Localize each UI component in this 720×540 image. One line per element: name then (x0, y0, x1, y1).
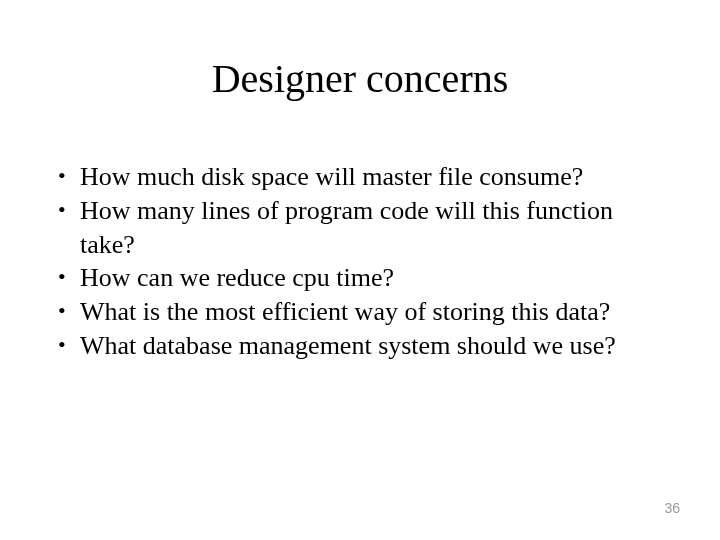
list-item: How can we reduce cpu time? (50, 261, 670, 295)
bullet-list: How much disk space will master file con… (50, 160, 670, 363)
page-number: 36 (664, 500, 680, 516)
slide: Designer concerns How much disk space wi… (0, 0, 720, 540)
list-item: What is the most efficient way of storin… (50, 295, 670, 329)
list-item: What database management system should w… (50, 329, 670, 363)
list-item: How much disk space will master file con… (50, 160, 670, 194)
slide-body: How much disk space will master file con… (50, 160, 670, 363)
slide-title: Designer concerns (0, 55, 720, 102)
list-item: How many lines of program code will this… (50, 194, 670, 262)
